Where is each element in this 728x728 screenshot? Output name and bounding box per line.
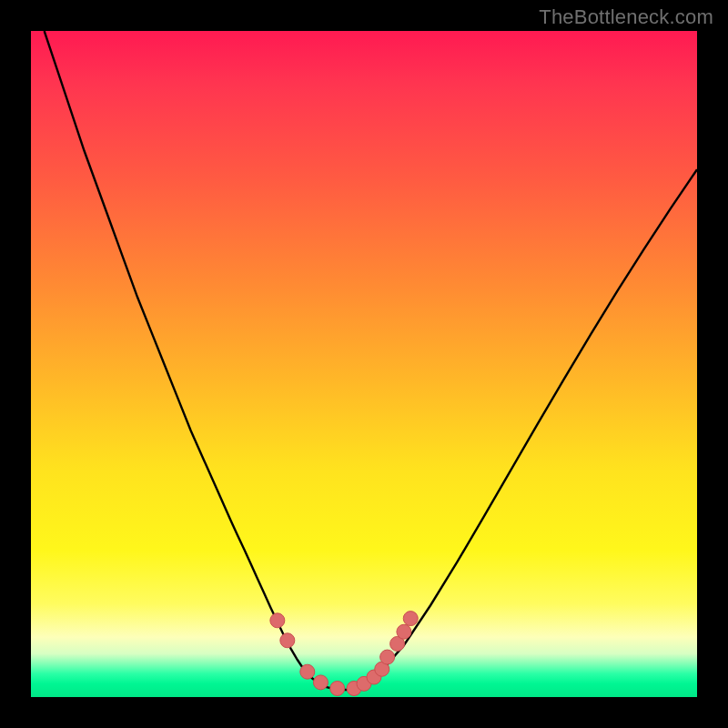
watermark-text: TheBottleneck.com: [539, 5, 713, 29]
plot-area: [31, 31, 697, 697]
heat-gradient-background: [31, 31, 697, 697]
chart-frame: TheBottleneck.com: [0, 0, 728, 728]
